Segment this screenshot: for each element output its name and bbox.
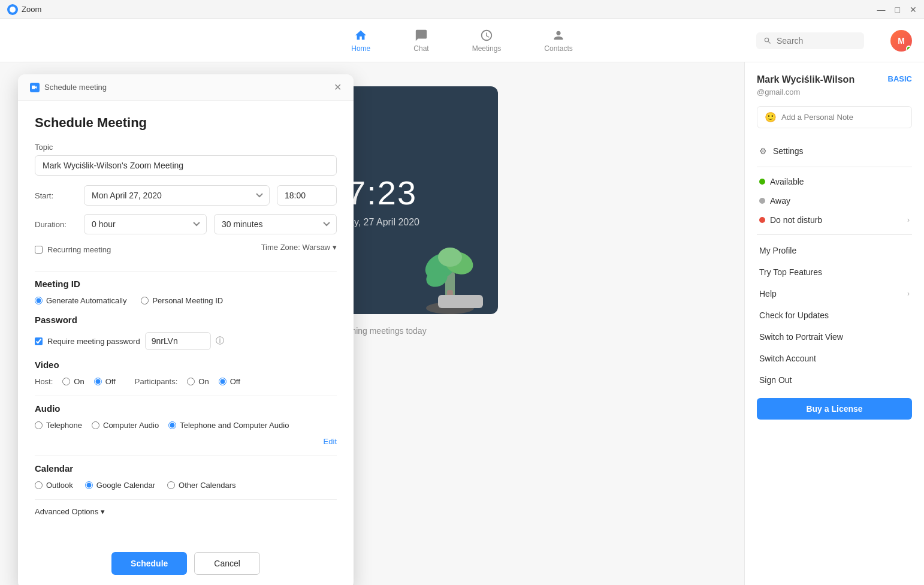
host-off-label: Off — [105, 377, 116, 386]
host-on-option[interactable]: On — [62, 377, 84, 386]
participants-off-radio[interactable] — [219, 378, 227, 385]
telephone-computer-option[interactable]: Telephone and Computer Audio — [168, 421, 289, 430]
duration-minutes-select[interactable]: 30 minutes — [214, 214, 337, 234]
title-bar: Zoom — □ ✕ — [0, 0, 924, 19]
right-sidebar: Mark Wyciślik-Wilson BASIC @gmail.com 🙂 … — [744, 62, 924, 585]
audio-section: Audio Telephone Computer Audio — [35, 403, 337, 430]
switch-account-label: Switch Account — [759, 354, 816, 363]
computer-audio-option[interactable]: Computer Audio — [92, 421, 159, 430]
modal-footer: Schedule Cancel — [18, 542, 354, 585]
outlook-option[interactable]: Outlook — [35, 481, 73, 490]
participants-label: Participants: — [135, 377, 178, 386]
password-input[interactable] — [145, 332, 211, 350]
google-calendar-option[interactable]: Google Calendar — [85, 481, 155, 490]
status-dnd[interactable]: Do not disturb › — [757, 210, 912, 230]
recurring-checkbox[interactable] — [35, 246, 43, 254]
try-top-features-item[interactable]: Try Top Features — [757, 261, 912, 283]
participants-off-option[interactable]: Off — [219, 377, 240, 386]
available-status-left: Available — [759, 177, 804, 186]
topic-input[interactable] — [35, 155, 337, 176]
start-time-input[interactable] — [277, 185, 337, 206]
online-indicator — [906, 46, 912, 52]
help-item[interactable]: Help › — [757, 283, 912, 304]
timezone-row: Time Zone: Warsaw ▾ — [261, 243, 337, 252]
personal-note-input[interactable] — [781, 113, 904, 122]
google-calendar-label: Google Calendar — [96, 481, 155, 490]
start-date-select[interactable]: Mon April 27, 2020 — [84, 185, 270, 206]
start-row: Start: Mon April 27, 2020 — [35, 185, 337, 206]
avatar[interactable]: M — [890, 30, 912, 52]
telephone-computer-radio[interactable] — [168, 421, 176, 429]
divider-3 — [35, 456, 337, 456]
participants-on-option[interactable]: On — [187, 377, 209, 386]
switch-portrait-label: Switch to Portrait View — [759, 332, 843, 342]
generate-auto-option[interactable]: Generate Automatically — [35, 296, 126, 305]
duration-hours-select[interactable]: 0 hour — [84, 214, 207, 234]
dnd-chevron-icon: › — [907, 216, 910, 224]
password-row: Require meeting password ⓘ — [35, 332, 337, 350]
require-password-label: Require meeting password — [47, 337, 140, 346]
advanced-options[interactable]: Advanced Options ▾ — [35, 507, 337, 516]
generate-auto-radio[interactable] — [35, 297, 43, 304]
nav-home[interactable]: Home — [344, 29, 378, 53]
switch-portrait-item[interactable]: Switch to Portrait View — [757, 326, 912, 348]
computer-audio-radio[interactable] — [92, 421, 99, 429]
profile-badge: BASIC — [888, 74, 912, 83]
modal-title: Schedule Meeting — [35, 115, 337, 131]
cancel-button[interactable]: Cancel — [194, 552, 260, 575]
host-off-radio[interactable] — [94, 378, 102, 385]
settings-item[interactable]: ⚙ Settings — [757, 140, 912, 162]
minimize-button[interactable]: — — [877, 5, 886, 14]
status-available[interactable]: Available — [757, 172, 912, 191]
away-dot — [759, 198, 765, 204]
maximize-button[interactable]: □ — [895, 5, 900, 14]
schedule-meeting-modal: Schedule meeting ✕ Schedule Meeting Topi… — [18, 74, 354, 585]
video-row: Host: On Off Participants: — [35, 377, 337, 386]
modal-close-button[interactable]: ✕ — [334, 82, 342, 93]
help-label: Help — [759, 289, 777, 298]
nav-contacts[interactable]: Contacts — [537, 29, 579, 53]
host-on-radio[interactable] — [62, 378, 70, 385]
other-calendars-option[interactable]: Other Calendars — [167, 481, 235, 490]
away-label: Away — [770, 196, 790, 206]
telephone-radio[interactable] — [35, 421, 43, 429]
personal-meeting-radio[interactable] — [141, 297, 149, 304]
dnd-label: Do not disturb — [770, 215, 822, 225]
video-title: Video — [35, 360, 337, 370]
nav-meetings[interactable]: Meetings — [465, 29, 509, 53]
status-away[interactable]: Away — [757, 191, 912, 210]
timezone-label: Time Zone: Warsaw — [261, 243, 330, 252]
sign-out-item[interactable]: Sign Out — [757, 369, 912, 391]
close-button[interactable]: ✕ — [910, 5, 917, 14]
start-label: Start: — [35, 191, 77, 200]
search-bar[interactable] — [756, 32, 864, 49]
telephone-option[interactable]: Telephone — [35, 421, 82, 430]
duration-row: Duration: 0 hour 30 minutes — [35, 214, 337, 234]
my-profile-label: My Profile — [759, 246, 796, 255]
other-calendars-radio[interactable] — [167, 481, 175, 489]
require-password-checkbox[interactable] — [35, 337, 43, 345]
calendar-title: Calendar — [35, 463, 337, 474]
outlook-radio[interactable] — [35, 481, 43, 489]
schedule-button[interactable]: Schedule — [111, 552, 187, 575]
host-off-option[interactable]: Off — [94, 377, 116, 386]
password-title: Password — [35, 315, 337, 325]
my-profile-item[interactable]: My Profile — [757, 240, 912, 261]
participants-on-label: On — [198, 377, 209, 386]
topic-group: Topic — [35, 143, 337, 176]
edit-link[interactable]: Edit — [35, 437, 337, 446]
settings-label: Settings — [773, 146, 804, 156]
switch-account-item[interactable]: Switch Account — [757, 348, 912, 369]
participants-on-radio[interactable] — [187, 378, 195, 385]
buy-license-button[interactable]: Buy a License — [757, 398, 912, 420]
personal-meeting-option[interactable]: Personal Meeting ID — [141, 296, 223, 305]
check-updates-item[interactable]: Check for Updates — [757, 304, 912, 326]
divider-after-settings — [757, 167, 912, 167]
app-logo: Zoom — [7, 4, 41, 15]
app-title: Zoom — [22, 5, 41, 14]
dnd-dot — [759, 217, 765, 223]
nav-chat[interactable]: Chat — [406, 29, 436, 53]
google-calendar-radio[interactable] — [85, 481, 93, 489]
search-input[interactable] — [777, 36, 848, 46]
recurring-row: Recurring meeting — [35, 245, 111, 254]
